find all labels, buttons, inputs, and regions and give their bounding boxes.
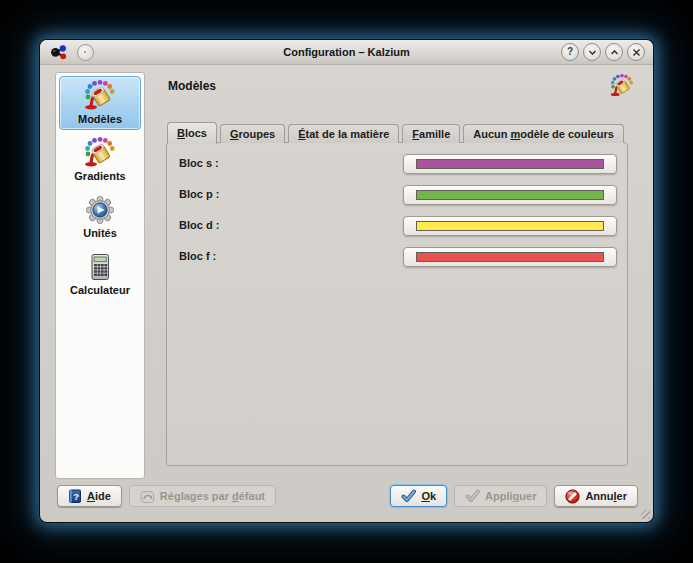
close-icon	[632, 48, 641, 57]
color-scheme-icon	[84, 80, 116, 112]
svg-text:?: ?	[73, 491, 79, 502]
bloc-p-color-button[interactable]	[403, 185, 617, 205]
bloc-s-label: Bloc s :	[179, 157, 219, 169]
bloc-p-label: Bloc p :	[179, 188, 219, 200]
tab-famille[interactable]: Famille	[402, 124, 460, 143]
bloc-p-color-swatch	[416, 190, 604, 200]
defaults-button[interactable]: Réglages par défaut	[129, 485, 276, 507]
bloc-s-row: Bloc s :	[167, 154, 627, 174]
color-scheme-icon	[610, 74, 634, 98]
help-button-label: Aide	[87, 490, 111, 502]
bloc-s-color-button[interactable]	[403, 154, 617, 174]
bloc-d-color-swatch	[416, 221, 604, 231]
window-close-button[interactable]	[627, 43, 645, 61]
config-dialog-window: Configuration – Kalzium ? Modèles	[40, 40, 653, 522]
bloc-d-row: Bloc d :	[167, 216, 627, 236]
dialog-button-row: ? Aide Réglages par défaut Ok	[57, 485, 638, 507]
apply-button-label: Appliquer	[485, 490, 536, 502]
reset-defaults-icon	[140, 489, 155, 504]
cancel-icon	[565, 489, 580, 504]
calculator-icon	[84, 251, 116, 283]
ok-check-icon	[401, 489, 416, 503]
kalzium-molecule-icon	[49, 44, 68, 61]
tab-aucun-modele-de-couleurs[interactable]: Aucun modèle de couleurs	[463, 124, 624, 143]
bloc-s-color-swatch	[416, 159, 604, 169]
desktop-background: Configuration – Kalzium ? Modèles	[0, 0, 693, 563]
window-minimize-button[interactable]	[583, 43, 601, 61]
page-title: Modèles	[168, 79, 216, 93]
apply-button[interactable]: Appliquer	[454, 485, 547, 507]
cancel-button[interactable]: Annuler	[554, 485, 638, 507]
help-button[interactable]: ? Aide	[57, 485, 122, 507]
window-help-button[interactable]: ?	[561, 43, 579, 61]
sidebar-item-label: Calculateur	[60, 284, 140, 296]
apply-check-icon	[465, 489, 480, 503]
sidebar-item-label: Modèles	[60, 113, 140, 125]
bloc-f-color-swatch	[416, 252, 604, 262]
bloc-d-color-button[interactable]	[403, 216, 617, 236]
ok-button-label: Ok	[421, 490, 436, 502]
sidebar-item-unites[interactable]: Unités	[59, 190, 141, 244]
settings-category-sidebar: Modèles Gradients Unités Calculateur	[55, 72, 145, 479]
help-book-icon: ?	[68, 489, 82, 504]
tab-bar: Blocs Groupes État de la matière Famille…	[167, 121, 627, 143]
question-glyph: ?	[567, 47, 573, 57]
bloc-f-label: Bloc f :	[179, 250, 216, 262]
window-maximize-button[interactable]	[605, 43, 623, 61]
gradient-icon	[84, 137, 116, 169]
resize-grip[interactable]	[641, 510, 650, 519]
tab-groupes[interactable]: Groupes	[220, 124, 285, 143]
sidebar-item-label: Unités	[60, 227, 140, 239]
sidebar-item-gradients[interactable]: Gradients	[59, 133, 141, 187]
defaults-button-label: Réglages par défaut	[160, 490, 265, 502]
bloc-f-color-button[interactable]	[403, 247, 617, 267]
bloc-f-row: Bloc f :	[167, 247, 627, 267]
units-gear-icon	[84, 194, 116, 226]
ok-button[interactable]: Ok	[390, 485, 447, 507]
tab-blocs[interactable]: Blocs	[167, 122, 217, 144]
chevron-down-icon	[588, 48, 597, 57]
blocs-tab-panel: Bloc s : Bloc p : Bloc d : Bloc f :	[166, 142, 628, 466]
chevron-up-icon	[610, 48, 619, 57]
bloc-p-row: Bloc p :	[167, 185, 627, 205]
sidebar-item-calculateur[interactable]: Calculateur	[59, 247, 141, 301]
tab-etat-de-la-matiere[interactable]: État de la matière	[288, 124, 399, 143]
sidebar-item-label: Gradients	[60, 170, 140, 182]
sidebar-item-modeles[interactable]: Modèles	[59, 76, 141, 130]
cancel-button-label: Annuler	[585, 490, 627, 502]
window-controls: ?	[561, 43, 645, 61]
bloc-d-label: Bloc d :	[179, 219, 219, 231]
titlebar[interactable]: Configuration – Kalzium ?	[40, 40, 653, 65]
titlebar-menu-button[interactable]	[77, 44, 94, 61]
